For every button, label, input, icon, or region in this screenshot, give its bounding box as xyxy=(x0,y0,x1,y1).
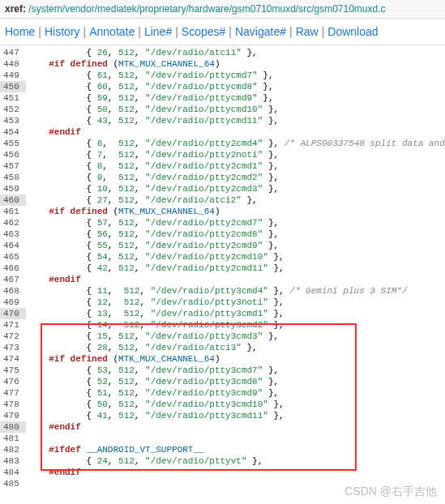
code-line: 447 { 26, 512, "/dev/radio/atci1" }, xyxy=(0,47,445,58)
code-tbody: 447 { 26, 512, "/dev/radio/atci1" },448 … xyxy=(0,47,445,489)
code-line: 471 { 14, 512, "/dev/radio/ptty3cmd2" }, xyxy=(0,319,445,331)
code-cell: { 15, 512, "/dev/radio/ptty3cmd3" }, xyxy=(26,331,445,342)
line-number[interactable]: 462 xyxy=(0,217,26,229)
line-number[interactable]: 460 xyxy=(0,194,26,206)
line-number[interactable]: 447 xyxy=(0,47,26,58)
line-number[interactable]: 480 xyxy=(0,421,26,433)
line-number[interactable]: 463 xyxy=(0,229,26,240)
line-number[interactable]: 465 xyxy=(0,251,26,263)
line-number[interactable]: 484 xyxy=(0,467,26,478)
code-line: 480 #endif xyxy=(0,421,445,433)
line-number[interactable]: 450 xyxy=(0,81,26,92)
line-number[interactable]: 481 xyxy=(0,433,26,444)
code-cell: { 58, 512, "/dev/radio/pttycmd10" }, xyxy=(26,104,445,115)
code-table: 447 { 26, 512, "/dev/radio/atci1" },448 … xyxy=(0,47,445,489)
line-number[interactable]: 455 xyxy=(0,138,26,149)
line-number[interactable]: 461 xyxy=(0,206,26,217)
nav-link-annotate[interactable]: Annotate xyxy=(89,25,135,38)
code-line: 478 { 50, 512, "/dev/radio/ptty3cmd10" }… xyxy=(0,399,445,410)
line-number[interactable]: 475 xyxy=(0,365,26,376)
line-number[interactable]: 467 xyxy=(0,274,26,285)
code-area: 447 { 26, 512, "/dev/radio/atci1" },448 … xyxy=(0,47,445,504)
code-line: 466 { 42, 512, "/dev/radio/ptty2cmd11" }… xyxy=(0,263,445,274)
code-cell: { 12, 512, "/dev/radio/ptty3noti" }, xyxy=(26,297,445,308)
line-number[interactable]: 471 xyxy=(0,319,26,331)
code-line: 485 xyxy=(0,478,445,489)
line-number[interactable]: 476 xyxy=(0,376,26,387)
line-number[interactable]: 464 xyxy=(0,240,26,251)
xref-path[interactable]: /system/vendor/mediatek/proprietary/hard… xyxy=(28,3,385,15)
nav-link-navigate[interactable]: Navigate# xyxy=(235,25,286,38)
code-cell: { 41, 512, "/dev/radio/ptty3cmd11" }, xyxy=(26,410,445,421)
code-line: 468 { 11, 512, "/dev/radio/ptty3cmd4" },… xyxy=(0,285,445,297)
line-number[interactable]: 483 xyxy=(0,455,26,467)
line-number[interactable]: 474 xyxy=(0,353,26,365)
nav-link-history[interactable]: History xyxy=(45,25,80,38)
line-number[interactable]: 458 xyxy=(0,172,26,183)
line-number[interactable]: 470 xyxy=(0,308,26,319)
code-cell: { 28, 512, "/dev/radio/atci3" }, xyxy=(26,342,445,353)
line-number[interactable]: 456 xyxy=(0,149,26,160)
code-cell: { 43, 512, "/dev/radio/pttycmd11" }, xyxy=(26,115,445,126)
line-number[interactable]: 469 xyxy=(0,297,26,308)
code-cell: { 42, 512, "/dev/radio/ptty2cmd11" }, xyxy=(26,263,445,274)
code-line: 453 { 43, 512, "/dev/radio/pttycmd11" }, xyxy=(0,115,445,126)
code-cell: { 14, 512, "/dev/radio/ptty3cmd2" }, xyxy=(26,319,445,331)
code-line: 465 { 54, 512, "/dev/radio/ptty2cmd10" }… xyxy=(0,251,445,263)
line-number[interactable]: 473 xyxy=(0,342,26,353)
line-number[interactable]: 485 xyxy=(0,478,26,489)
line-number[interactable]: 479 xyxy=(0,410,26,421)
code-line: 463 { 56, 512, "/dev/radio/ptty2cmd8" }, xyxy=(0,229,445,240)
code-cell: { 51, 512, "/dev/radio/ptty3cmd9" }, xyxy=(26,387,445,399)
line-number[interactable]: 454 xyxy=(0,126,26,138)
line-number[interactable]: 448 xyxy=(0,58,26,70)
code-line: 455 { 6, 512, "/dev/radio/ptty2cmd4" }, … xyxy=(0,138,445,149)
code-cell: #endif xyxy=(26,467,445,478)
code-cell: { 24, 512, "/dev/radio/pttyvt" }, xyxy=(26,455,445,467)
code-line: 483 { 24, 512, "/dev/radio/pttyvt" }, xyxy=(0,455,445,467)
xref-bar: xref: /system/vendor/mediatek/proprietar… xyxy=(0,0,445,19)
line-number[interactable]: 459 xyxy=(0,183,26,194)
code-line: 481 xyxy=(0,433,445,444)
code-cell: #if defined (MTK_MUX_CHANNEL_64) xyxy=(26,58,445,70)
code-cell: { 13, 512, "/dev/radio/ptty3cmd1" }, xyxy=(26,308,445,319)
code-line: 470 { 13, 512, "/dev/radio/ptty3cmd1" }, xyxy=(0,308,445,319)
nav-link-home[interactable]: Home xyxy=(5,25,35,38)
code-cell: #if defined (MTK_MUX_CHANNEL_64) xyxy=(26,353,445,365)
xref-label: xref: xyxy=(5,3,28,15)
nav-link-download[interactable]: Download xyxy=(327,25,378,38)
code-cell: #endif xyxy=(26,274,445,285)
code-line: 476 { 52, 512, "/dev/radio/ptty3cmd8" }, xyxy=(0,376,445,387)
code-line: 449 { 61, 512, "/dev/radio/pttycmd7" }, xyxy=(0,70,445,81)
code-cell: { 9, 512, "/dev/radio/ptty2cmd2" }, xyxy=(26,172,445,183)
code-line: 450 { 60, 512, "/dev/radio/pttycmd8" }, xyxy=(0,81,445,92)
code-cell xyxy=(26,433,445,444)
line-number[interactable]: 457 xyxy=(0,160,26,172)
line-number[interactable]: 468 xyxy=(0,285,26,297)
line-number[interactable]: 451 xyxy=(0,92,26,104)
nav-link-line[interactable]: Line# xyxy=(144,25,172,38)
line-number[interactable]: 466 xyxy=(0,263,26,274)
code-line: 477 { 51, 512, "/dev/radio/ptty3cmd9" }, xyxy=(0,387,445,399)
line-number[interactable]: 452 xyxy=(0,104,26,115)
line-number[interactable]: 477 xyxy=(0,387,26,399)
code-cell: { 56, 512, "/dev/radio/ptty2cmd8" }, xyxy=(26,229,445,240)
code-cell: { 57, 512, "/dev/radio/ptty2cmd7" }, xyxy=(26,217,445,229)
line-number[interactable]: 482 xyxy=(0,444,26,455)
code-line: 479 { 41, 512, "/dev/radio/ptty3cmd11" }… xyxy=(0,410,445,421)
line-number[interactable]: 478 xyxy=(0,399,26,410)
line-number[interactable]: 449 xyxy=(0,70,26,81)
code-cell: { 6, 512, "/dev/radio/ptty2cmd4" }, /* A… xyxy=(26,138,445,149)
code-line: 475 { 53, 512, "/dev/radio/ptty3cmd7" }, xyxy=(0,365,445,376)
nav-link-scopes[interactable]: Scopes# xyxy=(182,25,225,38)
code-line: 482 #ifdef __ANDROID_VT_SUPPORT__ xyxy=(0,444,445,455)
code-line: 458 { 9, 512, "/dev/radio/ptty2cmd2" }, xyxy=(0,172,445,183)
code-cell: #endif xyxy=(26,421,445,433)
code-line: 460 { 27, 512, "/dev/radio/atci2" }, xyxy=(0,194,445,206)
line-number[interactable]: 453 xyxy=(0,115,26,126)
code-cell: #ifdef __ANDROID_VT_SUPPORT__ xyxy=(26,444,445,455)
code-line: 462 { 57, 512, "/dev/radio/ptty2cmd7" }, xyxy=(0,217,445,229)
code-cell xyxy=(26,478,445,489)
nav-link-raw[interactable]: Raw xyxy=(296,25,319,38)
line-number[interactable]: 472 xyxy=(0,331,26,342)
